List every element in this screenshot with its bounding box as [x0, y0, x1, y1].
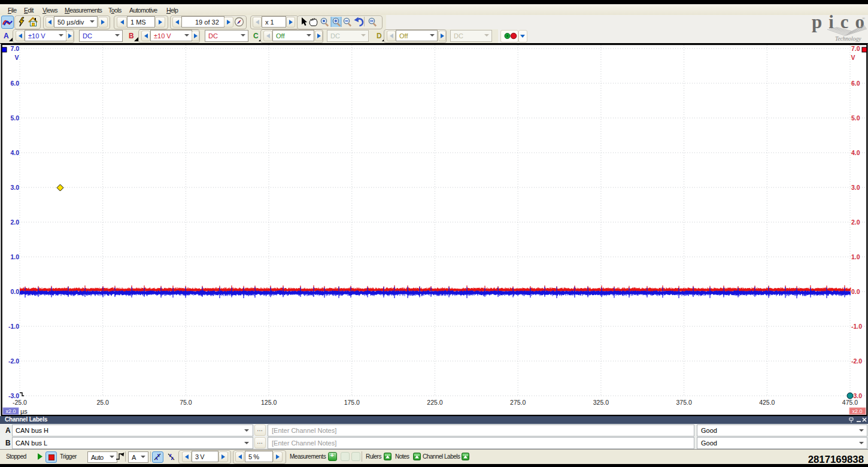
svg-text:3.0: 3.0 [851, 184, 860, 191]
svg-text:-2.0: -2.0 [851, 357, 862, 365]
svg-text:V: V [14, 54, 19, 61]
svg-text:2.0: 2.0 [851, 219, 860, 226]
svg-text:175.0: 175.0 [344, 399, 360, 406]
svg-text:425.0: 425.0 [759, 399, 775, 406]
svg-text:1.0: 1.0 [10, 253, 19, 260]
svg-text:5.0: 5.0 [851, 114, 860, 122]
svg-text:125.0: 125.0 [261, 399, 277, 406]
svg-text:x2.0: x2.0 [852, 408, 862, 414]
svg-text:4.0: 4.0 [851, 149, 860, 156]
svg-text:2.0: 2.0 [10, 219, 19, 226]
svg-text:pico: pico [812, 15, 868, 32]
svg-text:0.0: 0.0 [851, 288, 860, 295]
svg-text:-25.0: -25.0 [13, 399, 27, 406]
svg-text:3.0: 3.0 [10, 184, 19, 191]
svg-text:µs: µs [20, 408, 28, 415]
svg-text:5.0: 5.0 [10, 114, 19, 122]
svg-text:6.0: 6.0 [851, 80, 860, 87]
svg-text:V: V [851, 54, 855, 61]
svg-text:4.0: 4.0 [10, 149, 19, 156]
svg-text:x2.0: x2.0 [5, 408, 16, 414]
svg-text:325.0: 325.0 [593, 399, 609, 406]
svg-text:-2.0: -2.0 [8, 357, 19, 365]
svg-text:275.0: 275.0 [510, 399, 526, 406]
svg-text:0.0: 0.0 [10, 288, 19, 295]
svg-text:7.0: 7.0 [851, 45, 860, 52]
svg-text:Technology: Technology [835, 36, 861, 42]
svg-text:25.0: 25.0 [96, 399, 109, 406]
svg-text:-1.0: -1.0 [8, 323, 19, 330]
svg-text:-1.0: -1.0 [851, 323, 862, 330]
svg-text:6.0: 6.0 [10, 80, 19, 87]
svg-text:1.0: 1.0 [851, 253, 860, 260]
svg-text:375.0: 375.0 [676, 399, 691, 406]
svg-text:225.0: 225.0 [427, 399, 442, 406]
svg-text:®: ® [862, 16, 866, 21]
svg-text:7.0: 7.0 [10, 45, 19, 52]
svg-text:75.0: 75.0 [180, 399, 192, 406]
svg-text:475.0: 475.0 [842, 399, 858, 406]
